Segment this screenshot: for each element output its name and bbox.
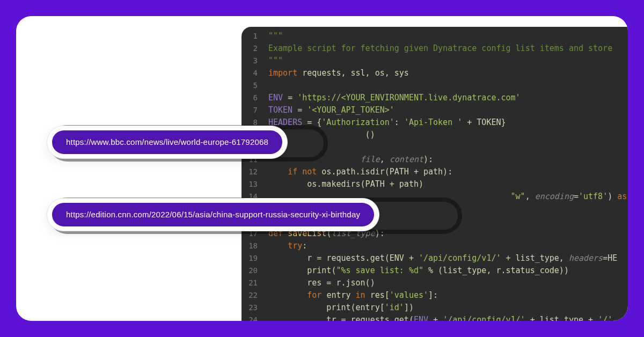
line-number: 5 — [241, 79, 263, 92]
code-line: file, content): — [268, 153, 628, 166]
code-line: os.makedirs(PATH + path) — [268, 178, 628, 191]
url-text: https://www.bbc.com/news/live/world-euro… — [66, 137, 268, 146]
code-line: HEADERS = {'Authorization': 'Api-Token '… — [268, 116, 628, 129]
line-number: 18 — [241, 240, 263, 252]
line-number: 19 — [241, 252, 263, 265]
line-number: 4 — [241, 67, 263, 79]
line-number: 7 — [241, 104, 263, 116]
code-line: ENV = 'https://<YOUR_ENVIRONMENT.live.dy… — [268, 92, 628, 104]
code-editor: 123456789101112131415161718192021222324 … — [241, 27, 628, 321]
url-text: https://edition.cnn.com/2022/06/15/asia/… — [66, 210, 360, 219]
code-line: if not os.path.isdir(PATH + path): — [268, 166, 628, 178]
line-number-gutter: 123456789101112131415161718192021222324 — [241, 30, 263, 321]
code-line: print(entry['id']) — [268, 302, 628, 314]
url-pill-cnn[interactable]: https://edition.cnn.com/2022/06/15/asia/… — [52, 203, 374, 226]
line-number: 23 — [241, 302, 263, 314]
code-line: r = requests.get(ENV + '/api/config/v1/'… — [268, 252, 628, 265]
url-pill-container: https://www.bbc.com/news/live/world-euro… — [47, 126, 288, 159]
line-number: 22 — [241, 289, 263, 302]
line-number: 2 — [241, 42, 263, 55]
code-line: try: — [268, 240, 628, 252]
line-number: 6 — [241, 92, 263, 104]
line-number: 12 — [241, 166, 263, 178]
code-line — [268, 79, 628, 92]
code-line: TOKEN = '<YOUR_API_TOKEN>' — [268, 104, 628, 116]
line-number: 1 — [241, 30, 263, 42]
code-line: res = r.json() — [268, 277, 628, 289]
content-card: 123456789101112131415161718192021222324 … — [16, 16, 628, 321]
line-number: 13 — [241, 178, 263, 191]
code-line: import requests, ssl, os, sys — [268, 67, 628, 79]
code-line: Example script for fetching given Dynatr… — [268, 42, 628, 55]
code-line: """ — [268, 55, 628, 67]
line-number: 24 — [241, 314, 263, 321]
url-pill-container: https://edition.cnn.com/2022/06/15/asia/… — [47, 198, 379, 231]
code-line: () — [268, 129, 628, 141]
code-line — [268, 141, 628, 153]
code-line: """ — [268, 30, 628, 42]
code-line: tr = requests.get(ENV + '/api/config/v1/… — [268, 314, 628, 321]
code-line: print("%s save list: %d" % (list_type, r… — [268, 265, 628, 277]
line-number: 20 — [241, 265, 263, 277]
line-number: 21 — [241, 277, 263, 289]
code-line: for entry in res['values']: — [268, 289, 628, 302]
url-pill-bbc[interactable]: https://www.bbc.com/news/live/world-euro… — [52, 130, 282, 154]
code-body: """Example script for fetching given Dyn… — [268, 30, 628, 321]
line-number: 3 — [241, 55, 263, 67]
